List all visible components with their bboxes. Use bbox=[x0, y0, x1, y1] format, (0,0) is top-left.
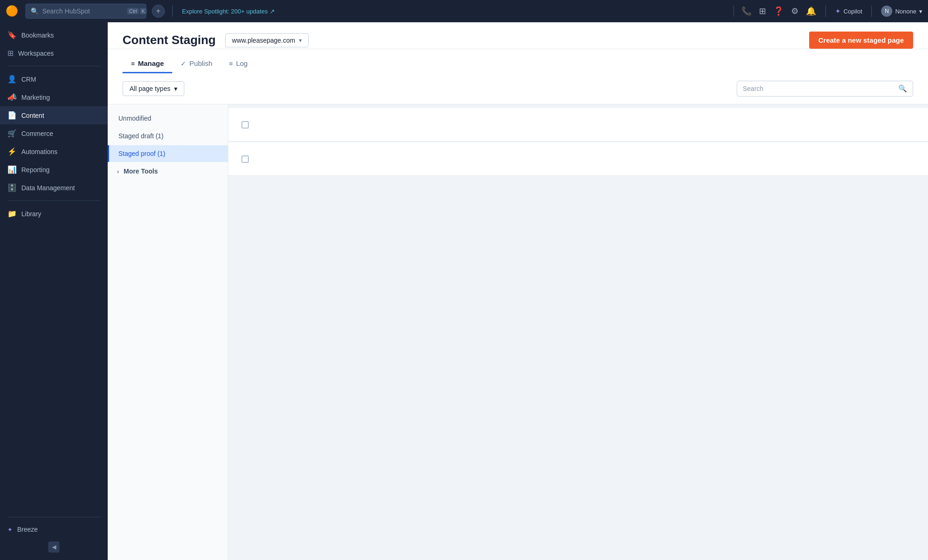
tab-publish[interactable]: ✓ Publish bbox=[172, 55, 221, 73]
marketing-icon: 📣 bbox=[7, 93, 17, 102]
copilot-button[interactable]: ✦ Copilot bbox=[835, 7, 862, 15]
filter-chevron-icon: ▾ bbox=[174, 85, 177, 92]
sidebar: 🔖 Bookmarks ⊞ Workspaces 👤 CRM 📣 Marketi… bbox=[0, 22, 108, 560]
user-avatar: N bbox=[881, 6, 892, 17]
left-nav-item-unmodified[interactable]: Unmodified bbox=[108, 110, 228, 127]
sidebar-divider-2 bbox=[7, 200, 100, 201]
commerce-icon: 🛒 bbox=[7, 129, 17, 138]
publish-tab-icon: ✓ bbox=[181, 60, 186, 67]
data-management-icon: 🗄️ bbox=[7, 183, 17, 192]
sidebar-item-breeze[interactable]: ✦ Breeze bbox=[0, 521, 108, 538]
more-tools-section[interactable]: › More Tools bbox=[108, 163, 228, 180]
search-box: 🔍 bbox=[737, 81, 913, 97]
search-input[interactable] bbox=[743, 85, 895, 92]
workspaces-icon: ⊞ bbox=[7, 49, 13, 58]
table-row bbox=[228, 108, 928, 142]
tab-label: Log bbox=[236, 59, 247, 67]
ctrl-key: Ctrl bbox=[127, 8, 139, 14]
tab-label: Manage bbox=[138, 59, 164, 67]
crm-icon: 👤 bbox=[7, 75, 17, 84]
help-icon[interactable]: ❓ bbox=[773, 6, 784, 16]
topbar-right-actions: 📞 ⊞ ❓ ⚙ 🔔 ✦ Copilot N Nonone ▾ bbox=[741, 6, 922, 17]
add-button[interactable]: + bbox=[152, 5, 165, 18]
topbar-divider-4 bbox=[871, 6, 872, 17]
content-area: Content Staging www.pleasepage.com ▾ Cre… bbox=[108, 22, 928, 560]
domain-selector[interactable]: www.pleasepage.com ▾ bbox=[225, 33, 309, 47]
sidebar-item-label: Library bbox=[21, 210, 41, 218]
sidebar-item-label: Workspaces bbox=[18, 50, 54, 57]
keyboard-shortcut-hint: Ctrl K bbox=[127, 8, 147, 14]
sidebar-item-commerce[interactable]: 🛒 Commerce bbox=[0, 124, 108, 142]
user-menu[interactable]: N Nonone ▾ bbox=[881, 6, 922, 17]
user-chevron-icon: ▾ bbox=[919, 8, 922, 15]
row-checkbox-2[interactable] bbox=[241, 155, 249, 163]
left-nav-item-staged-proof[interactable]: Staged proof (1) bbox=[108, 145, 228, 162]
row-checkbox-1[interactable] bbox=[241, 121, 249, 129]
notifications-icon[interactable]: 🔔 bbox=[806, 6, 816, 16]
domain-value: www.pleasepage.com bbox=[232, 37, 295, 44]
tab-label: Publish bbox=[189, 59, 212, 67]
sidebar-item-label: Breeze bbox=[17, 526, 38, 533]
sidebar-item-label: Reporting bbox=[21, 166, 50, 174]
manage-tab-icon: ≡ bbox=[131, 60, 135, 67]
sidebar-item-label: Content bbox=[21, 112, 44, 119]
split-pane: Unmodified Staged draft (1) Staged proof… bbox=[108, 104, 928, 560]
table-row bbox=[228, 142, 928, 176]
sidebar-item-data-management[interactable]: 🗄️ Data Management bbox=[0, 179, 108, 197]
topbar-divider-2 bbox=[733, 6, 734, 17]
content-icon: 📄 bbox=[7, 111, 17, 120]
copilot-star-icon: ✦ bbox=[835, 7, 841, 15]
page-header-left: Content Staging www.pleasepage.com ▾ bbox=[123, 33, 309, 47]
sidebar-item-marketing[interactable]: 📣 Marketing bbox=[0, 88, 108, 106]
sidebar-item-crm[interactable]: 👤 CRM bbox=[0, 70, 108, 88]
tab-log[interactable]: ≡ Log bbox=[221, 55, 256, 73]
log-tab-icon: ≡ bbox=[229, 60, 233, 67]
topbar-divider-3 bbox=[825, 6, 826, 17]
page-type-filter[interactable]: All page types ▾ bbox=[123, 81, 184, 96]
external-link-icon: ↗ bbox=[270, 8, 275, 15]
sidebar-item-label: Marketing bbox=[21, 94, 50, 101]
collapse-icon: ◀ bbox=[48, 541, 59, 553]
library-icon: 📁 bbox=[7, 209, 17, 218]
topbar-search-input[interactable] bbox=[42, 7, 123, 15]
more-tools-label: More Tools bbox=[123, 167, 158, 175]
spotlight-link[interactable]: Explore Spotlight: 200+ updates ↗ bbox=[182, 8, 275, 15]
bookmarks-icon: 🔖 bbox=[7, 31, 17, 39]
tab-manage[interactable]: ≡ Manage bbox=[123, 55, 172, 73]
apps-icon[interactable]: ⊞ bbox=[759, 6, 766, 16]
settings-icon[interactable]: ⚙ bbox=[791, 6, 798, 16]
sidebar-item-workspaces[interactable]: ⊞ Workspaces bbox=[0, 44, 108, 62]
sidebar-item-automations[interactable]: ⚡ Automations bbox=[0, 142, 108, 161]
sidebar-item-reporting[interactable]: 📊 Reporting bbox=[0, 161, 108, 179]
sidebar-item-content[interactable]: 📄 Content bbox=[0, 106, 108, 124]
domain-chevron-icon: ▾ bbox=[299, 37, 302, 44]
tabs-row: ≡ Manage ✓ Publish ≡ Log bbox=[108, 55, 928, 73]
sidebar-item-label: CRM bbox=[21, 76, 36, 83]
copilot-label: Copilot bbox=[844, 8, 862, 15]
sidebar-item-label: Bookmarks bbox=[21, 32, 54, 39]
sidebar-collapse-button[interactable]: ◀ bbox=[0, 538, 108, 556]
search-icon: 🔍 bbox=[898, 84, 907, 93]
main-layout: 🔖 Bookmarks ⊞ Workspaces 👤 CRM 📣 Marketi… bbox=[0, 22, 928, 560]
spotlight-banner: Explore Spotlight: 200+ updates ↗ bbox=[182, 8, 726, 15]
left-nav-item-staged-draft[interactable]: Staged draft (1) bbox=[108, 128, 228, 144]
k-key: K bbox=[140, 8, 147, 14]
left-nav-item-label: Unmodified bbox=[118, 115, 151, 122]
sidebar-item-bookmarks[interactable]: 🔖 Bookmarks bbox=[0, 26, 108, 44]
sidebar-divider-1 bbox=[7, 66, 100, 66]
sidebar-item-label: Commerce bbox=[21, 130, 53, 137]
reporting-icon: 📊 bbox=[7, 165, 17, 174]
left-nav: Unmodified Staged draft (1) Staged proof… bbox=[108, 104, 228, 560]
sidebar-item-label: Automations bbox=[21, 148, 58, 155]
phone-icon[interactable]: 📞 bbox=[741, 6, 752, 16]
sidebar-divider-3 bbox=[7, 517, 100, 517]
sidebar-item-library[interactable]: 📁 Library bbox=[0, 205, 108, 223]
sidebar-item-label: Data Management bbox=[21, 184, 75, 192]
page-header: Content Staging www.pleasepage.com ▾ Cre… bbox=[108, 22, 928, 49]
hubspot-logo-icon[interactable]: 🟠 bbox=[6, 5, 18, 17]
topbar: 🟠 🔍 Ctrl K + Explore Spotlight: 200+ upd… bbox=[0, 0, 928, 22]
search-icon: 🔍 bbox=[31, 7, 39, 15]
create-staged-page-button[interactable]: Create a new staged page bbox=[809, 32, 913, 49]
topbar-divider-1 bbox=[172, 6, 173, 17]
filter-label: All page types bbox=[130, 85, 170, 92]
